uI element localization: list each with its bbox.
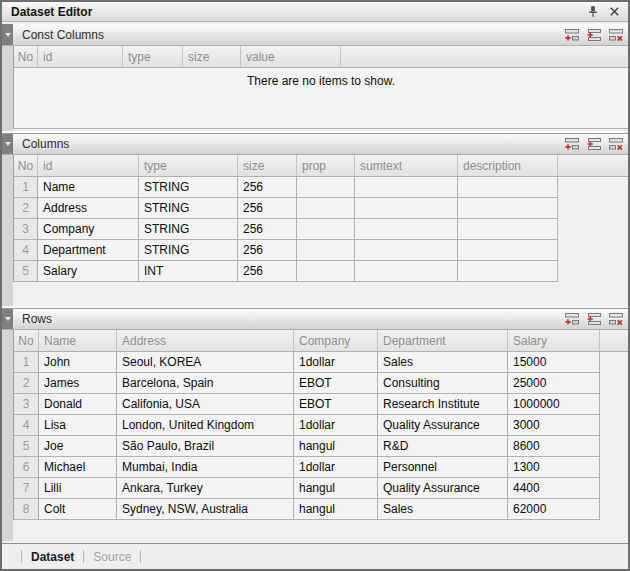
tab-dataset[interactable]: Dataset <box>31 550 74 564</box>
data-cell[interactable]: Joe <box>39 436 117 457</box>
row-number-cell[interactable]: 3 <box>14 394 39 415</box>
data-cell[interactable]: 1dollar <box>294 415 378 436</box>
data-cell[interactable]: Consulting <box>378 373 508 394</box>
data-cell[interactable]: STRING <box>139 240 238 261</box>
data-cell[interactable] <box>355 219 458 240</box>
delete-row-button[interactable] <box>608 137 624 151</box>
data-cell[interactable]: STRING <box>139 177 238 198</box>
data-cell[interactable]: 15000 <box>508 352 600 373</box>
insert-row-button[interactable] <box>586 137 602 151</box>
table-row[interactable]: 3DonaldCalifonia, USAEBOTResearch Instit… <box>13 394 600 415</box>
data-cell[interactable] <box>297 219 355 240</box>
row-number-cell[interactable]: 2 <box>14 373 39 394</box>
data-cell[interactable]: Lilli <box>39 478 117 499</box>
data-cell[interactable]: 3000 <box>508 415 600 436</box>
data-cell[interactable]: STRING <box>139 198 238 219</box>
data-cell[interactable]: STRING <box>139 219 238 240</box>
add-row-button[interactable] <box>564 312 580 326</box>
data-cell[interactable]: 256 <box>238 219 297 240</box>
data-cell[interactable]: R&D <box>378 436 508 457</box>
data-cell[interactable]: Donald <box>39 394 117 415</box>
tab-source[interactable]: Source <box>93 550 131 564</box>
data-cell[interactable]: São Paulo, Brazil <box>117 436 294 457</box>
data-cell[interactable] <box>297 177 355 198</box>
column-header-no[interactable]: No <box>14 155 38 176</box>
column-header-prop[interactable]: prop <box>297 155 355 176</box>
close-button[interactable] <box>607 5 621 19</box>
column-header-salary[interactable]: Salary <box>508 330 600 351</box>
data-cell[interactable]: 1000000 <box>508 394 600 415</box>
data-cell[interactable] <box>297 198 355 219</box>
row-number-cell[interactable]: 5 <box>14 436 39 457</box>
column-header-value[interactable]: value <box>241 46 341 67</box>
data-cell[interactable]: John <box>39 352 117 373</box>
table-row[interactable]: 3CompanySTRING256 <box>13 219 558 240</box>
column-header-id[interactable]: id <box>38 155 139 176</box>
data-cell[interactable] <box>458 198 558 219</box>
data-cell[interactable]: Seoul, KOREA <box>117 352 294 373</box>
table-row[interactable]: 1NameSTRING256 <box>13 177 558 198</box>
column-header-company[interactable]: Company <box>294 330 378 351</box>
data-cell[interactable] <box>355 177 458 198</box>
data-cell[interactable] <box>458 261 558 282</box>
data-cell[interactable]: 1dollar <box>294 457 378 478</box>
row-number-cell[interactable]: 4 <box>14 240 38 261</box>
delete-row-button[interactable] <box>608 28 624 42</box>
data-cell[interactable]: EBOT <box>294 394 378 415</box>
data-cell[interactable] <box>458 177 558 198</box>
data-cell[interactable]: Sydney, NSW, Australia <box>117 499 294 520</box>
table-row[interactable]: 4DepartmentSTRING256 <box>13 240 558 261</box>
table-row[interactable]: 8ColtSydney, NSW, AustraliahangulSales62… <box>13 499 600 520</box>
delete-row-button[interactable] <box>608 312 624 326</box>
column-header-type[interactable]: type <box>123 46 183 67</box>
data-cell[interactable]: hangul <box>294 436 378 457</box>
data-cell[interactable]: Lisa <box>39 415 117 436</box>
table-row[interactable]: 6MichaelMumbai, India1dollarPersonnel130… <box>13 457 600 478</box>
data-cell[interactable] <box>297 261 355 282</box>
row-number-cell[interactable]: 6 <box>14 457 39 478</box>
data-cell[interactable] <box>458 240 558 261</box>
insert-row-button[interactable] <box>586 312 602 326</box>
data-cell[interactable]: London, United Kingdom <box>117 415 294 436</box>
column-header-size[interactable]: size <box>183 46 241 67</box>
column-header-id[interactable]: id <box>38 46 123 67</box>
data-cell[interactable]: Research Institute <box>378 394 508 415</box>
data-cell[interactable]: James <box>39 373 117 394</box>
collapse-section-button[interactable] <box>2 309 13 329</box>
table-row[interactable]: 7LilliAnkara, TurkeyhangulQuality Assura… <box>13 478 600 499</box>
data-cell[interactable]: Name <box>38 177 139 198</box>
column-header-name[interactable]: Name <box>39 330 117 351</box>
column-header-department[interactable]: Department <box>378 330 508 351</box>
row-number-cell[interactable]: 1 <box>14 352 39 373</box>
data-cell[interactable]: Address <box>38 198 139 219</box>
data-cell[interactable] <box>297 240 355 261</box>
data-cell[interactable]: 1dollar <box>294 352 378 373</box>
data-cell[interactable]: 8600 <box>508 436 600 457</box>
data-cell[interactable]: Califonia, USA <box>117 394 294 415</box>
data-cell[interactable]: hangul <box>294 478 378 499</box>
row-number-cell[interactable]: 7 <box>14 478 39 499</box>
data-cell[interactable] <box>458 219 558 240</box>
data-cell[interactable]: Sales <box>378 352 508 373</box>
row-number-cell[interactable]: 3 <box>14 219 38 240</box>
collapse-section-button[interactable] <box>2 24 13 45</box>
data-cell[interactable]: Salary <box>38 261 139 282</box>
add-row-button[interactable] <box>564 28 580 42</box>
data-cell[interactable]: Personnel <box>378 457 508 478</box>
data-cell[interactable]: INT <box>139 261 238 282</box>
column-header-type[interactable]: type <box>139 155 238 176</box>
column-header-description[interactable]: description <box>458 155 558 176</box>
data-cell[interactable]: Michael <box>39 457 117 478</box>
data-cell[interactable] <box>355 261 458 282</box>
data-cell[interactable] <box>355 240 458 261</box>
data-cell[interactable]: 256 <box>238 177 297 198</box>
data-cell[interactable] <box>355 198 458 219</box>
data-cell[interactable]: 62000 <box>508 499 600 520</box>
data-cell[interactable]: Company <box>38 219 139 240</box>
data-cell[interactable]: Department <box>38 240 139 261</box>
column-header-no[interactable]: No <box>14 46 38 67</box>
row-number-cell[interactable]: 8 <box>14 499 39 520</box>
row-number-cell[interactable]: 4 <box>14 415 39 436</box>
add-row-button[interactable] <box>564 137 580 151</box>
row-number-cell[interactable]: 2 <box>14 198 38 219</box>
